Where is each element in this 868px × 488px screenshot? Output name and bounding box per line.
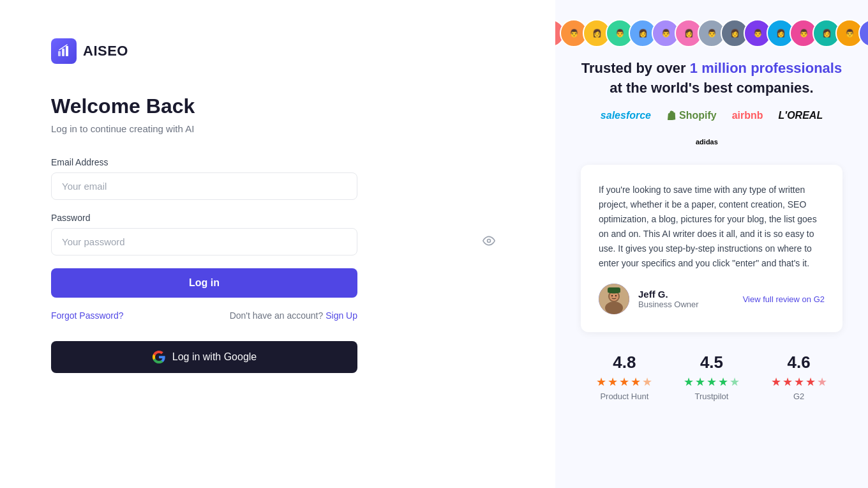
reviewer-info: Jeff G. Business Owner xyxy=(638,289,734,309)
google-login-button[interactable]: Log in with Google xyxy=(51,341,357,373)
svg-rect-0 xyxy=(58,51,61,56)
avatars-row: 👩 👨 👩 👨 👩 👨 👩 👨 👩 👨 👩 👨 👩 👨 👩 xyxy=(555,19,868,47)
product-hunt-score: 4.8 xyxy=(613,353,636,372)
star-3: ★ xyxy=(707,375,717,389)
rating-product-hunt: 4.8 ★ ★ ★ ★ ★ Product Hunt xyxy=(596,353,652,401)
links-row: Forgot Password? Don't have an account? … xyxy=(51,310,357,321)
ratings-row: 4.8 ★ ★ ★ ★ ★ Product Hunt 4.5 ★ ★ ★ ★ ★… xyxy=(581,347,842,401)
trustpilot-stars: ★ ★ ★ ★ ★ xyxy=(684,375,740,389)
g2-label: G2 xyxy=(793,392,804,401)
shopify-bag-icon xyxy=(666,110,677,121)
password-input[interactable] xyxy=(51,228,357,255)
reviewer-photo xyxy=(599,284,629,314)
svg-rect-12 xyxy=(608,287,620,293)
password-wrapper xyxy=(51,228,504,255)
eye-icon[interactable] xyxy=(483,234,495,250)
brand-salesforce: salesforce xyxy=(601,110,651,121)
password-group: Password xyxy=(51,213,504,255)
brands-row: salesforce Shopify airbnb L'OREAL adidas xyxy=(581,110,842,149)
brand-shopify: Shopify xyxy=(666,110,717,121)
star-4: ★ xyxy=(631,375,641,389)
reviewer-role: Business Owner xyxy=(638,300,734,309)
adidas-icon: adidas xyxy=(696,137,728,147)
left-panel: AISEO Welcome Back Log in to continue cr… xyxy=(0,0,555,488)
login-button[interactable]: Log in xyxy=(51,268,357,298)
trustpilot-score: 4.5 xyxy=(700,353,723,372)
star-1: ★ xyxy=(596,375,606,389)
app-name: AISEO xyxy=(83,43,128,59)
g2-stars: ★ ★ ★ ★ ★ xyxy=(771,375,827,389)
svg-text:adidas: adidas xyxy=(696,137,718,145)
review-card: If you're looking to save time with any … xyxy=(581,165,842,333)
reviewer-name: Jeff G. xyxy=(638,289,734,300)
reviewer-row: Jeff G. Business Owner View full review … xyxy=(599,284,825,314)
google-icon xyxy=(152,350,166,364)
star-4: ★ xyxy=(718,375,728,389)
star-5: ★ xyxy=(642,375,652,389)
svg-rect-2 xyxy=(66,46,68,56)
right-panel: 👩 👨 👩 👨 👩 👨 👩 👨 👩 👨 👩 👨 👩 👨 👩 Trusted by… xyxy=(555,0,868,488)
google-button-label: Log in with Google xyxy=(172,351,257,363)
svg-point-3 xyxy=(488,239,491,242)
password-label: Password xyxy=(51,213,504,223)
star-2: ★ xyxy=(782,375,793,389)
svg-point-9 xyxy=(611,295,613,296)
brand-adidas: adidas xyxy=(696,137,728,149)
star-1: ★ xyxy=(771,375,781,389)
star-2: ★ xyxy=(695,375,705,389)
signup-text: Don't have an account? Sign Up xyxy=(230,310,357,321)
email-input[interactable] xyxy=(51,172,357,200)
star-1: ★ xyxy=(684,375,694,389)
signup-link[interactable]: Sign Up xyxy=(326,310,357,321)
star-5: ★ xyxy=(817,375,827,389)
review-link[interactable]: View full review on G2 xyxy=(743,294,825,304)
review-text: If you're looking to save time with any … xyxy=(599,183,825,271)
star-5: ★ xyxy=(730,375,740,389)
email-group: Email Address xyxy=(51,157,504,200)
svg-point-10 xyxy=(615,295,617,296)
forgot-password-link[interactable]: Forgot Password? xyxy=(51,310,124,321)
logo-icon xyxy=(51,38,77,64)
svg-point-7 xyxy=(605,301,623,314)
email-label: Email Address xyxy=(51,157,504,167)
svg-rect-1 xyxy=(62,49,64,56)
star-3: ★ xyxy=(794,375,804,389)
product-hunt-label: Product Hunt xyxy=(600,392,648,401)
star-4: ★ xyxy=(805,375,816,389)
product-hunt-stars: ★ ★ ★ ★ ★ xyxy=(596,375,652,389)
brand-loreal: L'OREAL xyxy=(779,110,823,121)
logo-container: AISEO xyxy=(51,38,504,64)
brand-airbnb: airbnb xyxy=(732,110,763,121)
trustpilot-label: Trustpilot xyxy=(694,392,728,401)
g2-score: 4.6 xyxy=(788,353,811,372)
star-2: ★ xyxy=(608,375,618,389)
star-3: ★ xyxy=(619,375,629,389)
welcome-title: Welcome Back xyxy=(51,95,504,118)
rating-trustpilot: 4.5 ★ ★ ★ ★ ★ Trustpilot xyxy=(684,353,740,401)
rating-g2: 4.6 ★ ★ ★ ★ ★ G2 xyxy=(771,353,827,401)
reviewer-avatar xyxy=(599,284,629,314)
welcome-subtitle: Log in to continue creating with AI xyxy=(51,123,504,134)
trusted-heading: Trusted by over 1 million professionals … xyxy=(581,59,842,98)
